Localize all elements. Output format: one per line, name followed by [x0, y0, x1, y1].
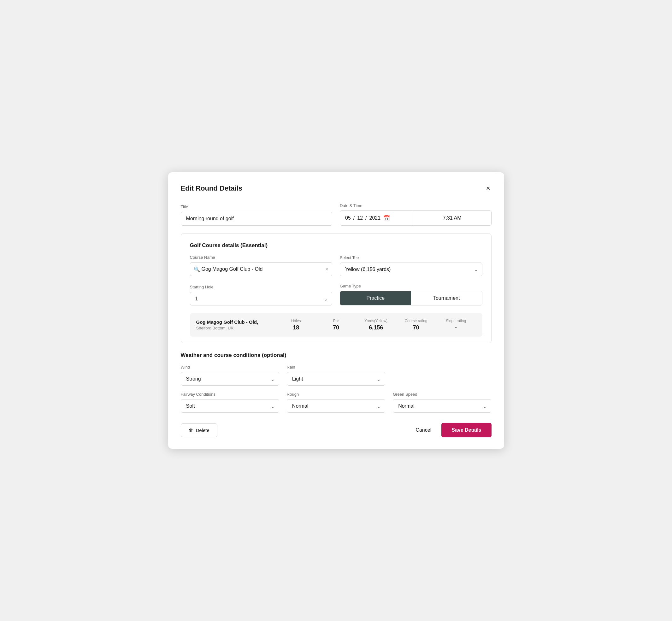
title-date-row: Title Date & Time 05 / 12 / 2021 📅 7:31 …	[181, 203, 492, 225]
course-info-location: Shelford Bottom, UK	[196, 326, 276, 330]
rough-select-wrap: NormalSoftHardWet ⌄	[287, 399, 385, 413]
title-input[interactable]	[181, 212, 333, 225]
select-tee-dropdown[interactable]: Yellow (6,156 yards) White Red Blue	[340, 262, 482, 276]
select-tee-group: Select Tee Yellow (6,156 yards) White Re…	[340, 255, 482, 276]
green-speed-field: Green Speed SlowNormalFastVery Fast ⌄	[393, 392, 491, 413]
rough-label: Rough	[287, 392, 385, 397]
hole-gametype-row: Starting Hole 1234 5678 910 ⌄ Game Type …	[190, 284, 482, 305]
game-type-group: Game Type Practice Tournament	[340, 284, 482, 305]
footer-right: Cancel Save Details	[413, 423, 491, 437]
fairway-label: Fairway Conditions	[181, 392, 279, 397]
date-month: 05	[345, 215, 351, 221]
date-time-label: Date & Time	[340, 203, 492, 208]
par-value: 70	[316, 324, 356, 331]
fairway-rough-green-row: Fairway Conditions SoftNormalHardWet ⌄ R…	[181, 392, 492, 413]
course-info-box: Gog Magog Golf Club - Old, Shelford Bott…	[190, 313, 482, 337]
trash-icon: 🗑	[189, 427, 194, 433]
delete-button[interactable]: 🗑 Delete	[181, 423, 217, 437]
modal-title: Edit Round Details	[181, 184, 243, 193]
weather-section-title: Weather and course conditions (optional)	[181, 352, 492, 359]
green-speed-select-wrap: SlowNormalFastVery Fast ⌄	[393, 399, 491, 413]
par-label: Par	[316, 319, 356, 323]
footer-row: 🗑 Delete Cancel Save Details	[181, 423, 492, 437]
wind-select-wrap: NoneLightModerateStrongVery Strong ⌄	[181, 372, 279, 385]
modal-header: Edit Round Details ×	[181, 184, 492, 193]
slope-rating-stat: Slope rating -	[436, 319, 476, 331]
course-rating-stat: Course rating 70	[396, 319, 436, 331]
green-speed-label: Green Speed	[393, 392, 491, 397]
date-day: 12	[357, 215, 363, 221]
wind-label: Wind	[181, 365, 279, 370]
course-name-group: Course Name 🔍 ×	[190, 255, 333, 276]
golf-course-section-title: Golf Course details (Essential)	[190, 242, 482, 249]
close-button[interactable]: ×	[485, 184, 492, 193]
select-tee-label: Select Tee	[340, 255, 482, 260]
fairway-field: Fairway Conditions SoftNormalHardWet ⌄	[181, 392, 279, 413]
starting-hole-wrap: 1234 5678 910 ⌄	[190, 292, 333, 305]
green-speed-dropdown[interactable]: SlowNormalFastVery Fast	[393, 399, 491, 413]
time-field[interactable]: 7:31 AM	[413, 211, 491, 225]
starting-hole-group: Starting Hole 1234 5678 910 ⌄	[190, 285, 333, 305]
rain-label: Rain	[287, 365, 385, 370]
weather-section: Weather and course conditions (optional)…	[181, 352, 492, 413]
starting-hole-dropdown[interactable]: 1234 5678 910	[190, 292, 333, 305]
starting-hole-label: Starting Hole	[190, 285, 333, 289]
holes-value: 18	[276, 324, 316, 331]
rough-field: Rough NormalSoftHardWet ⌄	[287, 392, 385, 413]
fairway-select-wrap: SoftNormalHardWet ⌄	[181, 399, 279, 413]
slope-rating-value: -	[436, 324, 476, 331]
yards-label: Yards(Yellow)	[356, 319, 396, 323]
course-info-name: Gog Magog Golf Club - Old,	[196, 319, 276, 325]
slope-rating-label: Slope rating	[436, 319, 476, 323]
date-sep2: /	[365, 215, 367, 221]
par-stat: Par 70	[316, 319, 356, 331]
rain-field: Rain NoneLightModerateHeavy ⌄	[287, 365, 385, 385]
edit-round-modal: Edit Round Details × Title Date & Time 0…	[168, 172, 504, 449]
holes-stat: Holes 18	[276, 319, 316, 331]
save-button[interactable]: Save Details	[442, 423, 491, 437]
practice-button[interactable]: Practice	[340, 291, 411, 305]
tournament-button[interactable]: Tournament	[411, 291, 482, 305]
calendar-icon[interactable]: 📅	[383, 215, 390, 221]
rain-select-wrap: NoneLightModerateHeavy ⌄	[287, 372, 385, 385]
search-icon: 🔍	[194, 266, 200, 272]
date-year: 2021	[370, 215, 381, 221]
golf-course-section: Golf Course details (Essential) Course N…	[181, 233, 492, 343]
delete-label: Delete	[196, 427, 209, 433]
clear-icon[interactable]: ×	[325, 266, 328, 273]
wind-field: Wind NoneLightModerateStrongVery Strong …	[181, 365, 279, 385]
yards-value: 6,156	[356, 324, 396, 331]
date-time-field-group: Date & Time 05 / 12 / 2021 📅 7:31 AM	[340, 203, 492, 225]
title-field-group: Title	[181, 204, 333, 225]
rain-dropdown[interactable]: NoneLightModerateHeavy	[287, 372, 385, 385]
course-name-tee-row: Course Name 🔍 × Select Tee Yellow (6,156…	[190, 255, 482, 276]
date-field[interactable]: 05 / 12 / 2021 📅	[340, 211, 413, 225]
wind-dropdown[interactable]: NoneLightModerateStrongVery Strong	[181, 372, 279, 385]
date-sep1: /	[353, 215, 354, 221]
course-rating-label: Course rating	[396, 319, 436, 323]
date-time-row: 05 / 12 / 2021 📅 7:31 AM	[340, 210, 492, 225]
title-label: Title	[181, 204, 333, 209]
fairway-dropdown[interactable]: SoftNormalHardWet	[181, 399, 279, 413]
select-tee-wrap: Yellow (6,156 yards) White Red Blue ⌄	[340, 262, 482, 276]
wind-rain-row: Wind NoneLightModerateStrongVery Strong …	[181, 365, 492, 385]
game-type-toggle: Practice Tournament	[340, 291, 482, 305]
course-name-input-wrap: 🔍 ×	[190, 262, 333, 276]
yards-stat: Yards(Yellow) 6,156	[356, 319, 396, 331]
cancel-button[interactable]: Cancel	[413, 423, 434, 437]
holes-label: Holes	[276, 319, 316, 323]
course-info-name-section: Gog Magog Golf Club - Old, Shelford Bott…	[196, 319, 276, 330]
game-type-label: Game Type	[340, 284, 482, 288]
rough-dropdown[interactable]: NormalSoftHardWet	[287, 399, 385, 413]
course-name-label: Course Name	[190, 255, 333, 260]
course-name-input[interactable]	[190, 262, 333, 276]
course-rating-value: 70	[396, 324, 436, 331]
